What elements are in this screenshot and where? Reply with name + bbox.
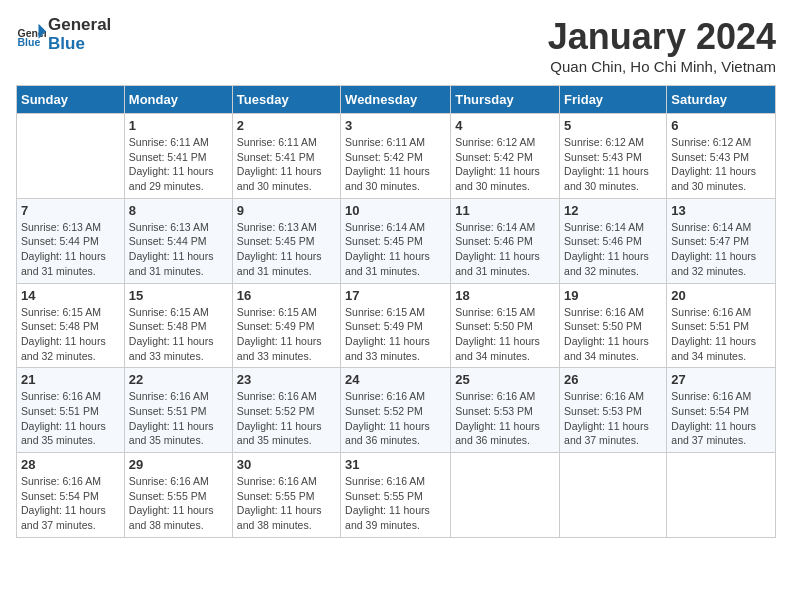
day-info: Sunrise: 6:16 AM Sunset: 5:52 PM Dayligh… (345, 389, 446, 448)
day-number: 20 (671, 288, 771, 303)
day-info: Sunrise: 6:11 AM Sunset: 5:41 PM Dayligh… (237, 135, 336, 194)
location-title: Quan Chin, Ho Chi Minh, Vietnam (548, 58, 776, 75)
day-info: Sunrise: 6:16 AM Sunset: 5:52 PM Dayligh… (237, 389, 336, 448)
calendar-cell (560, 453, 667, 538)
day-of-week-monday: Monday (124, 86, 232, 114)
day-number: 2 (237, 118, 336, 133)
calendar-cell: 16Sunrise: 6:15 AM Sunset: 5:49 PM Dayli… (232, 283, 340, 368)
calendar-body: 1Sunrise: 6:11 AM Sunset: 5:41 PM Daylig… (17, 114, 776, 538)
day-info: Sunrise: 6:15 AM Sunset: 5:48 PM Dayligh… (129, 305, 228, 364)
day-number: 22 (129, 372, 228, 387)
day-info: Sunrise: 6:16 AM Sunset: 5:54 PM Dayligh… (671, 389, 771, 448)
calendar-week-row: 7Sunrise: 6:13 AM Sunset: 5:44 PM Daylig… (17, 198, 776, 283)
calendar-week-row: 21Sunrise: 6:16 AM Sunset: 5:51 PM Dayli… (17, 368, 776, 453)
calendar-week-row: 1Sunrise: 6:11 AM Sunset: 5:41 PM Daylig… (17, 114, 776, 199)
calendar-cell: 18Sunrise: 6:15 AM Sunset: 5:50 PM Dayli… (451, 283, 560, 368)
day-number: 18 (455, 288, 555, 303)
calendar-cell: 9Sunrise: 6:13 AM Sunset: 5:45 PM Daylig… (232, 198, 340, 283)
day-info: Sunrise: 6:11 AM Sunset: 5:42 PM Dayligh… (345, 135, 446, 194)
calendar-cell: 7Sunrise: 6:13 AM Sunset: 5:44 PM Daylig… (17, 198, 125, 283)
day-info: Sunrise: 6:13 AM Sunset: 5:44 PM Dayligh… (21, 220, 120, 279)
day-of-week-saturday: Saturday (667, 86, 776, 114)
logo-icon: General Blue (16, 20, 46, 50)
day-of-week-friday: Friday (560, 86, 667, 114)
calendar-cell: 25Sunrise: 6:16 AM Sunset: 5:53 PM Dayli… (451, 368, 560, 453)
calendar-cell: 30Sunrise: 6:16 AM Sunset: 5:55 PM Dayli… (232, 453, 340, 538)
calendar-cell: 4Sunrise: 6:12 AM Sunset: 5:42 PM Daylig… (451, 114, 560, 199)
day-number: 25 (455, 372, 555, 387)
calendar-week-row: 14Sunrise: 6:15 AM Sunset: 5:48 PM Dayli… (17, 283, 776, 368)
day-number: 13 (671, 203, 771, 218)
day-number: 23 (237, 372, 336, 387)
day-number: 6 (671, 118, 771, 133)
day-info: Sunrise: 6:16 AM Sunset: 5:51 PM Dayligh… (129, 389, 228, 448)
day-info: Sunrise: 6:16 AM Sunset: 5:51 PM Dayligh… (21, 389, 120, 448)
calendar-cell: 22Sunrise: 6:16 AM Sunset: 5:51 PM Dayli… (124, 368, 232, 453)
day-of-week-thursday: Thursday (451, 86, 560, 114)
calendar-cell: 20Sunrise: 6:16 AM Sunset: 5:51 PM Dayli… (667, 283, 776, 368)
day-info: Sunrise: 6:16 AM Sunset: 5:51 PM Dayligh… (671, 305, 771, 364)
calendar-table: SundayMondayTuesdayWednesdayThursdayFrid… (16, 85, 776, 538)
calendar-cell (667, 453, 776, 538)
day-info: Sunrise: 6:16 AM Sunset: 5:55 PM Dayligh… (345, 474, 446, 533)
calendar-cell: 19Sunrise: 6:16 AM Sunset: 5:50 PM Dayli… (560, 283, 667, 368)
day-info: Sunrise: 6:13 AM Sunset: 5:44 PM Dayligh… (129, 220, 228, 279)
day-info: Sunrise: 6:16 AM Sunset: 5:53 PM Dayligh… (455, 389, 555, 448)
calendar-cell: 11Sunrise: 6:14 AM Sunset: 5:46 PM Dayli… (451, 198, 560, 283)
day-info: Sunrise: 6:14 AM Sunset: 5:46 PM Dayligh… (455, 220, 555, 279)
day-number: 9 (237, 203, 336, 218)
day-number: 30 (237, 457, 336, 472)
day-info: Sunrise: 6:16 AM Sunset: 5:50 PM Dayligh… (564, 305, 662, 364)
logo-blue-text: Blue (48, 35, 111, 54)
day-number: 26 (564, 372, 662, 387)
calendar-cell: 1Sunrise: 6:11 AM Sunset: 5:41 PM Daylig… (124, 114, 232, 199)
calendar-cell: 8Sunrise: 6:13 AM Sunset: 5:44 PM Daylig… (124, 198, 232, 283)
day-info: Sunrise: 6:16 AM Sunset: 5:53 PM Dayligh… (564, 389, 662, 448)
calendar-week-row: 28Sunrise: 6:16 AM Sunset: 5:54 PM Dayli… (17, 453, 776, 538)
day-info: Sunrise: 6:14 AM Sunset: 5:45 PM Dayligh… (345, 220, 446, 279)
day-number: 16 (237, 288, 336, 303)
calendar-cell: 31Sunrise: 6:16 AM Sunset: 5:55 PM Dayli… (341, 453, 451, 538)
calendar-cell: 3Sunrise: 6:11 AM Sunset: 5:42 PM Daylig… (341, 114, 451, 199)
day-number: 11 (455, 203, 555, 218)
day-number: 19 (564, 288, 662, 303)
month-title: January 2024 (548, 16, 776, 58)
title-section: January 2024 Quan Chin, Ho Chi Minh, Vie… (548, 16, 776, 75)
day-info: Sunrise: 6:12 AM Sunset: 5:42 PM Dayligh… (455, 135, 555, 194)
day-number: 5 (564, 118, 662, 133)
day-info: Sunrise: 6:14 AM Sunset: 5:46 PM Dayligh… (564, 220, 662, 279)
calendar-cell: 6Sunrise: 6:12 AM Sunset: 5:43 PM Daylig… (667, 114, 776, 199)
calendar-cell: 13Sunrise: 6:14 AM Sunset: 5:47 PM Dayli… (667, 198, 776, 283)
day-info: Sunrise: 6:16 AM Sunset: 5:55 PM Dayligh… (129, 474, 228, 533)
day-number: 31 (345, 457, 446, 472)
calendar-cell: 5Sunrise: 6:12 AM Sunset: 5:43 PM Daylig… (560, 114, 667, 199)
page-header: General Blue General Blue January 2024 Q… (16, 16, 776, 75)
day-number: 12 (564, 203, 662, 218)
day-number: 3 (345, 118, 446, 133)
calendar-cell: 28Sunrise: 6:16 AM Sunset: 5:54 PM Dayli… (17, 453, 125, 538)
calendar-cell: 26Sunrise: 6:16 AM Sunset: 5:53 PM Dayli… (560, 368, 667, 453)
day-info: Sunrise: 6:15 AM Sunset: 5:50 PM Dayligh… (455, 305, 555, 364)
calendar-cell: 23Sunrise: 6:16 AM Sunset: 5:52 PM Dayli… (232, 368, 340, 453)
calendar-cell (17, 114, 125, 199)
calendar-cell (451, 453, 560, 538)
day-number: 4 (455, 118, 555, 133)
day-info: Sunrise: 6:16 AM Sunset: 5:55 PM Dayligh… (237, 474, 336, 533)
day-info: Sunrise: 6:15 AM Sunset: 5:49 PM Dayligh… (237, 305, 336, 364)
day-info: Sunrise: 6:16 AM Sunset: 5:54 PM Dayligh… (21, 474, 120, 533)
day-info: Sunrise: 6:14 AM Sunset: 5:47 PM Dayligh… (671, 220, 771, 279)
day-number: 27 (671, 372, 771, 387)
day-number: 28 (21, 457, 120, 472)
day-of-week-tuesday: Tuesday (232, 86, 340, 114)
svg-text:Blue: Blue (18, 36, 41, 48)
day-info: Sunrise: 6:13 AM Sunset: 5:45 PM Dayligh… (237, 220, 336, 279)
calendar-cell: 29Sunrise: 6:16 AM Sunset: 5:55 PM Dayli… (124, 453, 232, 538)
day-info: Sunrise: 6:15 AM Sunset: 5:49 PM Dayligh… (345, 305, 446, 364)
calendar-cell: 24Sunrise: 6:16 AM Sunset: 5:52 PM Dayli… (341, 368, 451, 453)
day-number: 17 (345, 288, 446, 303)
logo: General Blue General Blue (16, 16, 111, 53)
calendar-cell: 15Sunrise: 6:15 AM Sunset: 5:48 PM Dayli… (124, 283, 232, 368)
day-number: 15 (129, 288, 228, 303)
day-of-week-wednesday: Wednesday (341, 86, 451, 114)
day-info: Sunrise: 6:12 AM Sunset: 5:43 PM Dayligh… (564, 135, 662, 194)
